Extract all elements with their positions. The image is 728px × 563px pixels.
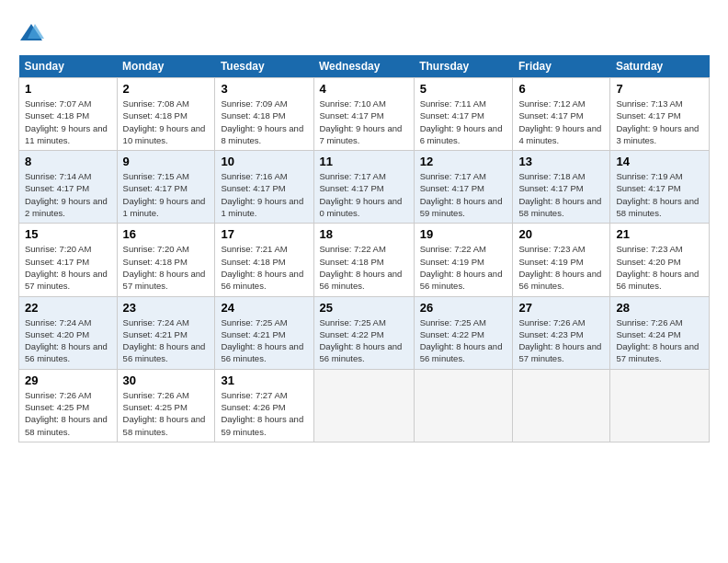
col-header-tuesday: Tuesday (215, 55, 313, 78)
day-cell: 20 Sunrise: 7:23 AMSunset: 4:19 PMDaylig… (513, 224, 610, 296)
day-info: Sunrise: 7:16 AMSunset: 4:17 PMDaylight:… (221, 171, 303, 218)
day-number: 18 (320, 227, 408, 241)
col-header-thursday: Thursday (414, 55, 513, 78)
day-number: 11 (320, 155, 408, 168)
day-number: 20 (518, 227, 604, 241)
header (18, 17, 710, 46)
day-cell: 22 Sunrise: 7:24 AMSunset: 4:20 PMDaylig… (19, 296, 118, 369)
day-cell: 25 Sunrise: 7:25 AMSunset: 4:22 PMDaylig… (313, 296, 414, 369)
day-cell: 8 Sunrise: 7:14 AMSunset: 4:17 PMDayligh… (19, 151, 118, 224)
col-header-monday: Monday (117, 55, 215, 78)
day-number: 9 (123, 155, 210, 168)
day-info: Sunrise: 7:17 AMSunset: 4:17 PMDaylight:… (320, 171, 403, 218)
day-info: Sunrise: 7:23 AMSunset: 4:19 PMDaylight:… (518, 244, 601, 291)
day-cell: 13 Sunrise: 7:18 AMSunset: 4:17 PMDaylig… (513, 151, 610, 224)
day-number: 5 (420, 82, 507, 96)
day-info: Sunrise: 7:14 AMSunset: 4:17 PMDaylight:… (25, 171, 108, 218)
day-info: Sunrise: 7:09 AMSunset: 4:18 PMDaylight:… (221, 98, 303, 145)
day-number: 22 (25, 301, 111, 315)
day-info: Sunrise: 7:23 AMSunset: 4:20 PMDaylight:… (616, 244, 699, 291)
day-info: Sunrise: 7:22 AMSunset: 4:19 PMDaylight:… (420, 244, 503, 291)
day-number: 16 (123, 227, 210, 241)
day-cell: 27 Sunrise: 7:26 AMSunset: 4:23 PMDaylig… (513, 296, 610, 369)
day-number: 30 (123, 373, 210, 387)
day-number: 23 (123, 301, 210, 315)
day-cell: 15 Sunrise: 7:20 AMSunset: 4:17 PMDaylig… (19, 224, 118, 296)
day-cell (414, 369, 513, 442)
logo (18, 20, 48, 46)
calendar-table: SundayMondayTuesdayWednesdayThursdayFrid… (18, 55, 710, 442)
day-number: 4 (320, 82, 408, 96)
day-info: Sunrise: 7:20 AMSunset: 4:18 PMDaylight:… (123, 244, 206, 291)
day-info: Sunrise: 7:07 AMSunset: 4:18 PMDaylight:… (25, 98, 108, 145)
day-number: 8 (25, 155, 111, 168)
week-row-2: 8 Sunrise: 7:14 AMSunset: 4:17 PMDayligh… (19, 151, 710, 224)
day-cell: 31 Sunrise: 7:27 AMSunset: 4:26 PMDaylig… (215, 369, 313, 442)
day-number: 2 (123, 82, 210, 96)
day-cell (313, 369, 414, 442)
day-cell (610, 369, 710, 442)
day-info: Sunrise: 7:25 AMSunset: 4:21 PMDaylight:… (221, 317, 303, 364)
header-row: SundayMondayTuesdayWednesdayThursdayFrid… (19, 55, 710, 78)
day-info: Sunrise: 7:25 AMSunset: 4:22 PMDaylight:… (420, 317, 503, 364)
day-cell: 7 Sunrise: 7:13 AMSunset: 4:17 PMDayligh… (610, 78, 710, 151)
day-cell: 16 Sunrise: 7:20 AMSunset: 4:18 PMDaylig… (117, 224, 215, 296)
col-header-saturday: Saturday (610, 55, 710, 78)
day-cell: 28 Sunrise: 7:26 AMSunset: 4:24 PMDaylig… (610, 296, 710, 369)
day-info: Sunrise: 7:19 AMSunset: 4:17 PMDaylight:… (616, 171, 699, 218)
day-number: 10 (221, 155, 307, 168)
day-number: 7 (616, 82, 703, 96)
day-cell: 29 Sunrise: 7:26 AMSunset: 4:25 PMDaylig… (19, 369, 118, 442)
day-info: Sunrise: 7:25 AMSunset: 4:22 PMDaylight:… (320, 317, 403, 364)
day-number: 12 (420, 155, 507, 168)
day-info: Sunrise: 7:27 AMSunset: 4:26 PMDaylight:… (221, 390, 303, 437)
day-cell: 1 Sunrise: 7:07 AMSunset: 4:18 PMDayligh… (19, 78, 118, 151)
day-cell: 2 Sunrise: 7:08 AMSunset: 4:18 PMDayligh… (117, 78, 215, 151)
day-info: Sunrise: 7:08 AMSunset: 4:18 PMDaylight:… (123, 98, 206, 145)
day-number: 25 (320, 301, 408, 315)
day-info: Sunrise: 7:20 AMSunset: 4:17 PMDaylight:… (25, 244, 108, 291)
day-cell: 10 Sunrise: 7:16 AMSunset: 4:17 PMDaylig… (215, 151, 313, 224)
day-info: Sunrise: 7:26 AMSunset: 4:25 PMDaylight:… (25, 390, 108, 437)
week-row-1: 1 Sunrise: 7:07 AMSunset: 4:18 PMDayligh… (19, 78, 710, 151)
day-cell: 23 Sunrise: 7:24 AMSunset: 4:21 PMDaylig… (117, 296, 215, 369)
day-cell: 3 Sunrise: 7:09 AMSunset: 4:18 PMDayligh… (215, 78, 313, 151)
col-header-friday: Friday (513, 55, 610, 78)
day-cell: 26 Sunrise: 7:25 AMSunset: 4:22 PMDaylig… (414, 296, 513, 369)
day-info: Sunrise: 7:26 AMSunset: 4:23 PMDaylight:… (518, 317, 601, 364)
day-cell: 14 Sunrise: 7:19 AMSunset: 4:17 PMDaylig… (610, 151, 710, 224)
day-cell: 6 Sunrise: 7:12 AMSunset: 4:17 PMDayligh… (513, 78, 610, 151)
week-row-3: 15 Sunrise: 7:20 AMSunset: 4:17 PMDaylig… (19, 224, 710, 296)
day-cell: 18 Sunrise: 7:22 AMSunset: 4:18 PMDaylig… (313, 224, 414, 296)
day-number: 24 (221, 301, 307, 315)
day-info: Sunrise: 7:24 AMSunset: 4:20 PMDaylight:… (25, 317, 108, 364)
day-cell: 24 Sunrise: 7:25 AMSunset: 4:21 PMDaylig… (215, 296, 313, 369)
day-cell: 11 Sunrise: 7:17 AMSunset: 4:17 PMDaylig… (313, 151, 414, 224)
week-row-5: 29 Sunrise: 7:26 AMSunset: 4:25 PMDaylig… (19, 369, 710, 442)
day-cell: 21 Sunrise: 7:23 AMSunset: 4:20 PMDaylig… (610, 224, 710, 296)
day-cell: 30 Sunrise: 7:26 AMSunset: 4:25 PMDaylig… (117, 369, 215, 442)
day-cell: 9 Sunrise: 7:15 AMSunset: 4:17 PMDayligh… (117, 151, 215, 224)
day-number: 26 (420, 301, 507, 315)
day-info: Sunrise: 7:13 AMSunset: 4:17 PMDaylight:… (616, 98, 699, 145)
day-cell (513, 369, 610, 442)
day-number: 1 (25, 82, 111, 96)
col-header-sunday: Sunday (19, 55, 118, 78)
day-number: 29 (25, 373, 111, 387)
day-number: 13 (518, 155, 604, 168)
day-info: Sunrise: 7:21 AMSunset: 4:18 PMDaylight:… (221, 244, 303, 291)
week-row-4: 22 Sunrise: 7:24 AMSunset: 4:20 PMDaylig… (19, 296, 710, 369)
day-cell: 12 Sunrise: 7:17 AMSunset: 4:17 PMDaylig… (414, 151, 513, 224)
logo-icon (18, 20, 44, 46)
calendar-page: SundayMondayTuesdayWednesdayThursdayFrid… (0, 0, 728, 452)
day-number: 15 (25, 227, 111, 241)
day-info: Sunrise: 7:22 AMSunset: 4:18 PMDaylight:… (320, 244, 403, 291)
day-info: Sunrise: 7:26 AMSunset: 4:25 PMDaylight:… (123, 390, 206, 437)
day-cell: 19 Sunrise: 7:22 AMSunset: 4:19 PMDaylig… (414, 224, 513, 296)
col-header-wednesday: Wednesday (313, 55, 414, 78)
day-info: Sunrise: 7:17 AMSunset: 4:17 PMDaylight:… (420, 171, 503, 218)
day-info: Sunrise: 7:18 AMSunset: 4:17 PMDaylight:… (518, 171, 601, 218)
day-cell: 17 Sunrise: 7:21 AMSunset: 4:18 PMDaylig… (215, 224, 313, 296)
day-cell: 5 Sunrise: 7:11 AMSunset: 4:17 PMDayligh… (414, 78, 513, 151)
day-number: 6 (518, 82, 604, 96)
